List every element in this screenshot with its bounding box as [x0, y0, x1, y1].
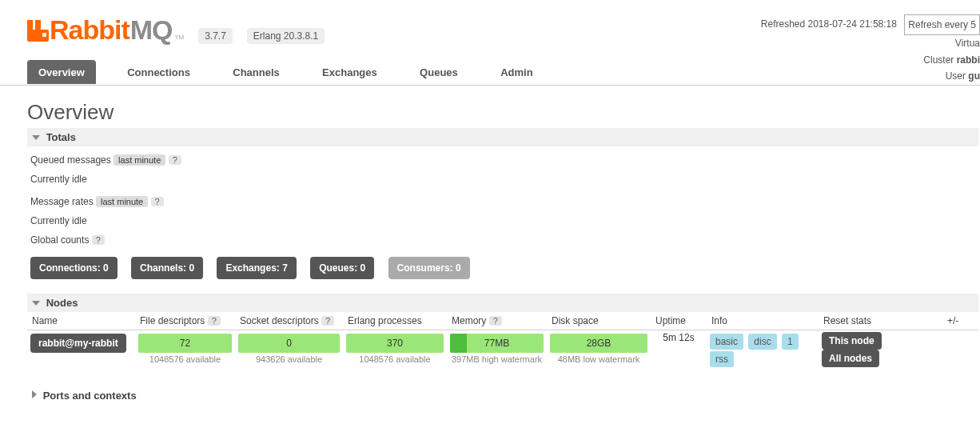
sd-help[interactable]: ? — [321, 316, 334, 326]
tab-exchanges[interactable]: Exchanges — [311, 60, 388, 84]
th-ep[interactable]: Erlang processes — [343, 312, 447, 330]
info-1: 1 — [782, 334, 799, 350]
queued-messages-label: Queued messages — [30, 154, 111, 166]
section-totals-header[interactable]: Totals — [27, 128, 978, 146]
fd-avail: 1048576 available — [138, 354, 232, 364]
th-info[interactable]: Info — [707, 312, 819, 330]
main-tabs: Overview Connections Channels Exchanges … — [27, 60, 980, 86]
logo-text-rabbit: Rabbit — [50, 14, 129, 46]
chevron-down-icon — [32, 135, 40, 140]
disk-sub: 48MB low watermark — [550, 354, 647, 364]
info-basic: basic — [710, 334, 743, 350]
section-nodes-header[interactable]: Nodes — [27, 294, 978, 312]
mem-sub: 397MB high watermark — [450, 354, 544, 364]
version-badge: 3.7.7 — [198, 28, 233, 44]
mem-value: 77MB — [450, 334, 544, 353]
section-nodes-label: Nodes — [46, 297, 78, 309]
fd-help[interactable]: ? — [208, 316, 221, 326]
rates-idle: Currently idle — [30, 215, 980, 226]
reset-this-node-button[interactable]: This node — [822, 332, 882, 350]
section-totals-label: Totals — [46, 131, 76, 143]
section-ports-label: Ports and contexts — [43, 390, 137, 402]
th-tail[interactable]: +/- — [942, 312, 978, 330]
page-title: Overview — [27, 100, 980, 125]
queued-range-pill[interactable]: last minute — [114, 154, 165, 166]
global-counts-label: Global counts — [30, 234, 89, 246]
nodes-table: Name File descriptors ? Socket descripto… — [27, 312, 978, 369]
tab-admin[interactable]: Admin — [489, 60, 544, 84]
mem-used-bar — [450, 334, 467, 353]
chevron-right-icon — [32, 390, 37, 398]
rates-help[interactable]: ? — [151, 197, 164, 206]
count-queues[interactable]: Queues: 0 — [310, 257, 374, 279]
disk-value: 28GB — [550, 334, 647, 353]
rates-range-pill[interactable]: last minute — [96, 196, 148, 207]
chevron-down-icon — [32, 301, 40, 306]
tab-overview[interactable]: Overview — [27, 60, 96, 84]
tab-channels[interactable]: Channels — [221, 60, 291, 84]
th-reset[interactable]: Reset stats — [819, 312, 942, 330]
refreshed-label: Refreshed — [761, 18, 805, 30]
logo-text-mq: MQ — [130, 14, 173, 46]
tab-connections[interactable]: Connections — [116, 60, 201, 84]
info-disc: disc — [748, 334, 776, 350]
section-ports-header[interactable]: Ports and contexts — [27, 386, 978, 405]
refreshed-time: 2018-07-24 21:58:18 — [808, 18, 897, 30]
sd-value: 0 — [238, 334, 340, 353]
virtual-host-line: Virtua — [761, 35, 980, 51]
th-disk[interactable]: Disk space — [547, 312, 651, 330]
count-exchanges[interactable]: Exchanges: 7 — [217, 257, 296, 279]
rabbitmq-icon — [27, 20, 50, 42]
erlang-badge: Erlang 20.3.8.1 — [247, 28, 325, 44]
th-name[interactable]: Name — [27, 312, 135, 330]
th-fd[interactable]: File descriptors ? — [135, 312, 235, 330]
logo-tm: TM — [175, 34, 185, 41]
node-row: rabbit@my-rabbit 72 1048576 available 0 … — [27, 330, 978, 370]
reset-all-nodes-button[interactable]: All nodes — [822, 350, 879, 367]
ep-value: 370 — [346, 334, 444, 353]
tab-queues[interactable]: Queues — [408, 60, 469, 84]
fd-value: 72 — [138, 334, 232, 353]
rabbitmq-logo[interactable]: Rabbit MQ TM 3.7.7 Erlang 20.3.8.1 — [27, 14, 325, 46]
mem-help[interactable]: ? — [489, 316, 502, 326]
count-channels[interactable]: Channels: 0 — [131, 257, 203, 279]
count-connections[interactable]: Connections: 0 — [30, 257, 118, 279]
sd-avail: 943626 available — [238, 354, 340, 364]
info-rss: rss — [710, 351, 734, 367]
count-consumers[interactable]: Consumers: 0 — [388, 257, 470, 279]
th-sd[interactable]: Socket descriptors ? — [235, 312, 343, 330]
queued-idle: Currently idle — [30, 174, 980, 185]
node-name[interactable]: rabbit@my-rabbit — [30, 334, 126, 353]
svg-rect-3 — [42, 33, 46, 37]
th-uptime[interactable]: Uptime — [651, 312, 707, 330]
global-counts-help[interactable]: ? — [92, 235, 105, 245]
message-rates-label: Message rates — [30, 196, 94, 207]
queued-help[interactable]: ? — [169, 155, 181, 165]
refresh-interval-select[interactable]: Refresh every 5 — [904, 14, 980, 35]
th-mem[interactable]: Memory ? — [447, 312, 547, 330]
ep-avail: 1048576 available — [346, 354, 444, 364]
uptime-value: 5m 12s — [651, 330, 707, 370]
